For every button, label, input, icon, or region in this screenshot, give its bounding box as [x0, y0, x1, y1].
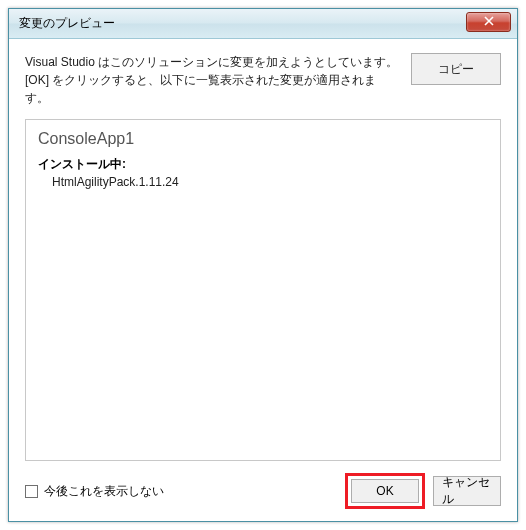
description-text: Visual Studio はこのソリューションに変更を加えようとしています。[… — [25, 53, 399, 107]
ok-highlight-box: OK — [345, 473, 425, 509]
cancel-button[interactable]: キャンセル — [433, 476, 501, 506]
top-row: Visual Studio はこのソリューションに変更を加えようとしています。[… — [25, 53, 501, 107]
ok-button-label: OK — [376, 484, 393, 498]
dont-show-again-wrap[interactable]: 今後これを表示しない — [25, 483, 337, 500]
cancel-button-label: キャンセル — [442, 474, 492, 508]
bottom-row: 今後これを表示しない OK キャンセル — [25, 461, 501, 509]
changes-list: ConsoleApp1 インストール中: HtmlAgilityPack.1.1… — [25, 119, 501, 461]
package-item: HtmlAgilityPack.1.11.24 — [38, 175, 488, 189]
title-bar: 変更のプレビュー — [9, 9, 517, 39]
close-button[interactable] — [466, 12, 511, 32]
copy-button-label: コピー — [438, 61, 474, 78]
close-icon — [484, 15, 494, 29]
ok-button[interactable]: OK — [351, 479, 419, 503]
dont-show-again-checkbox[interactable] — [25, 485, 38, 498]
dialog-window: 変更のプレビュー Visual Studio はこのソリューションに変更を加えよ… — [8, 8, 518, 522]
copy-button[interactable]: コピー — [411, 53, 501, 85]
client-area: Visual Studio はこのソリューションに変更を加えようとしています。[… — [9, 39, 517, 521]
project-name: ConsoleApp1 — [38, 130, 488, 148]
window-title: 変更のプレビュー — [19, 15, 466, 32]
dont-show-again-label: 今後これを表示しない — [44, 483, 164, 500]
install-section-label: インストール中: — [38, 156, 488, 173]
